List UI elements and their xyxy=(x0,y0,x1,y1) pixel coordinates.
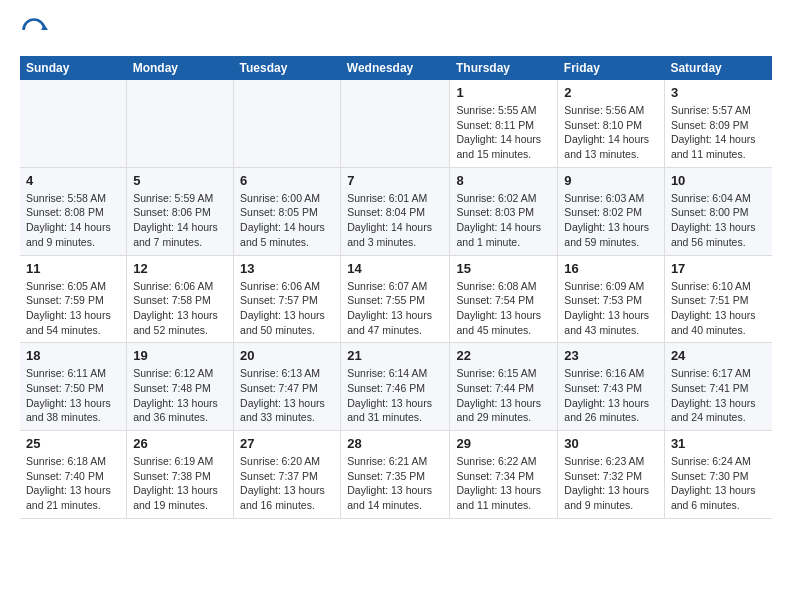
day-info: Sunrise: 5:59 AM Sunset: 8:06 PM Dayligh… xyxy=(133,191,227,250)
day-info: Sunrise: 6:23 AM Sunset: 7:32 PM Dayligh… xyxy=(564,454,658,513)
day-number: 27 xyxy=(240,436,334,451)
day-cell: 13Sunrise: 6:06 AM Sunset: 7:57 PM Dayli… xyxy=(234,255,341,343)
day-cell: 1Sunrise: 5:55 AM Sunset: 8:11 PM Daylig… xyxy=(450,80,558,167)
day-info: Sunrise: 5:55 AM Sunset: 8:11 PM Dayligh… xyxy=(456,103,551,162)
day-cell xyxy=(127,80,234,167)
day-cell: 20Sunrise: 6:13 AM Sunset: 7:47 PM Dayli… xyxy=(234,343,341,431)
logo xyxy=(20,16,52,44)
day-number: 28 xyxy=(347,436,443,451)
page-header xyxy=(20,16,772,44)
day-number: 3 xyxy=(671,85,766,100)
calendar-table: SundayMondayTuesdayWednesdayThursdayFrid… xyxy=(20,56,772,519)
day-info: Sunrise: 6:22 AM Sunset: 7:34 PM Dayligh… xyxy=(456,454,551,513)
week-row-2: 4Sunrise: 5:58 AM Sunset: 8:08 PM Daylig… xyxy=(20,167,772,255)
day-number: 11 xyxy=(26,261,120,276)
day-cell: 4Sunrise: 5:58 AM Sunset: 8:08 PM Daylig… xyxy=(20,167,127,255)
day-info: Sunrise: 5:57 AM Sunset: 8:09 PM Dayligh… xyxy=(671,103,766,162)
day-number: 20 xyxy=(240,348,334,363)
day-cell: 17Sunrise: 6:10 AM Sunset: 7:51 PM Dayli… xyxy=(664,255,772,343)
header-tuesday: Tuesday xyxy=(234,56,341,80)
day-cell xyxy=(234,80,341,167)
day-info: Sunrise: 6:15 AM Sunset: 7:44 PM Dayligh… xyxy=(456,366,551,425)
day-cell: 23Sunrise: 6:16 AM Sunset: 7:43 PM Dayli… xyxy=(558,343,665,431)
header-monday: Monday xyxy=(127,56,234,80)
day-info: Sunrise: 6:11 AM Sunset: 7:50 PM Dayligh… xyxy=(26,366,120,425)
day-info: Sunrise: 6:04 AM Sunset: 8:00 PM Dayligh… xyxy=(671,191,766,250)
day-number: 26 xyxy=(133,436,227,451)
day-cell: 5Sunrise: 5:59 AM Sunset: 8:06 PM Daylig… xyxy=(127,167,234,255)
day-info: Sunrise: 6:05 AM Sunset: 7:59 PM Dayligh… xyxy=(26,279,120,338)
day-info: Sunrise: 6:18 AM Sunset: 7:40 PM Dayligh… xyxy=(26,454,120,513)
day-cell xyxy=(341,80,450,167)
day-info: Sunrise: 6:00 AM Sunset: 8:05 PM Dayligh… xyxy=(240,191,334,250)
day-number: 25 xyxy=(26,436,120,451)
header-row: SundayMondayTuesdayWednesdayThursdayFrid… xyxy=(20,56,772,80)
day-info: Sunrise: 6:16 AM Sunset: 7:43 PM Dayligh… xyxy=(564,366,658,425)
day-info: Sunrise: 6:12 AM Sunset: 7:48 PM Dayligh… xyxy=(133,366,227,425)
day-cell: 3Sunrise: 5:57 AM Sunset: 8:09 PM Daylig… xyxy=(664,80,772,167)
day-info: Sunrise: 6:13 AM Sunset: 7:47 PM Dayligh… xyxy=(240,366,334,425)
day-cell: 8Sunrise: 6:02 AM Sunset: 8:03 PM Daylig… xyxy=(450,167,558,255)
day-number: 21 xyxy=(347,348,443,363)
day-number: 31 xyxy=(671,436,766,451)
day-number: 10 xyxy=(671,173,766,188)
day-info: Sunrise: 6:10 AM Sunset: 7:51 PM Dayligh… xyxy=(671,279,766,338)
day-number: 4 xyxy=(26,173,120,188)
day-info: Sunrise: 6:07 AM Sunset: 7:55 PM Dayligh… xyxy=(347,279,443,338)
day-cell: 15Sunrise: 6:08 AM Sunset: 7:54 PM Dayli… xyxy=(450,255,558,343)
day-number: 1 xyxy=(456,85,551,100)
day-cell: 2Sunrise: 5:56 AM Sunset: 8:10 PM Daylig… xyxy=(558,80,665,167)
day-info: Sunrise: 6:17 AM Sunset: 7:41 PM Dayligh… xyxy=(671,366,766,425)
day-cell: 10Sunrise: 6:04 AM Sunset: 8:00 PM Dayli… xyxy=(664,167,772,255)
day-info: Sunrise: 6:02 AM Sunset: 8:03 PM Dayligh… xyxy=(456,191,551,250)
day-cell: 30Sunrise: 6:23 AM Sunset: 7:32 PM Dayli… xyxy=(558,431,665,519)
day-number: 7 xyxy=(347,173,443,188)
day-cell: 24Sunrise: 6:17 AM Sunset: 7:41 PM Dayli… xyxy=(664,343,772,431)
logo-icon xyxy=(20,16,48,44)
day-info: Sunrise: 6:21 AM Sunset: 7:35 PM Dayligh… xyxy=(347,454,443,513)
day-number: 15 xyxy=(456,261,551,276)
week-row-4: 18Sunrise: 6:11 AM Sunset: 7:50 PM Dayli… xyxy=(20,343,772,431)
day-info: Sunrise: 5:58 AM Sunset: 8:08 PM Dayligh… xyxy=(26,191,120,250)
header-friday: Friday xyxy=(558,56,665,80)
day-cell: 9Sunrise: 6:03 AM Sunset: 8:02 PM Daylig… xyxy=(558,167,665,255)
day-info: Sunrise: 6:14 AM Sunset: 7:46 PM Dayligh… xyxy=(347,366,443,425)
day-info: Sunrise: 6:01 AM Sunset: 8:04 PM Dayligh… xyxy=(347,191,443,250)
day-cell: 28Sunrise: 6:21 AM Sunset: 7:35 PM Dayli… xyxy=(341,431,450,519)
day-info: Sunrise: 6:20 AM Sunset: 7:37 PM Dayligh… xyxy=(240,454,334,513)
day-info: Sunrise: 6:03 AM Sunset: 8:02 PM Dayligh… xyxy=(564,191,658,250)
header-saturday: Saturday xyxy=(664,56,772,80)
day-info: Sunrise: 5:56 AM Sunset: 8:10 PM Dayligh… xyxy=(564,103,658,162)
day-cell: 18Sunrise: 6:11 AM Sunset: 7:50 PM Dayli… xyxy=(20,343,127,431)
day-number: 17 xyxy=(671,261,766,276)
day-number: 13 xyxy=(240,261,334,276)
day-number: 19 xyxy=(133,348,227,363)
day-cell: 7Sunrise: 6:01 AM Sunset: 8:04 PM Daylig… xyxy=(341,167,450,255)
day-info: Sunrise: 6:09 AM Sunset: 7:53 PM Dayligh… xyxy=(564,279,658,338)
week-row-3: 11Sunrise: 6:05 AM Sunset: 7:59 PM Dayli… xyxy=(20,255,772,343)
day-number: 9 xyxy=(564,173,658,188)
day-cell: 21Sunrise: 6:14 AM Sunset: 7:46 PM Dayli… xyxy=(341,343,450,431)
day-number: 30 xyxy=(564,436,658,451)
day-info: Sunrise: 6:24 AM Sunset: 7:30 PM Dayligh… xyxy=(671,454,766,513)
day-number: 5 xyxy=(133,173,227,188)
day-number: 24 xyxy=(671,348,766,363)
day-number: 2 xyxy=(564,85,658,100)
day-cell: 14Sunrise: 6:07 AM Sunset: 7:55 PM Dayli… xyxy=(341,255,450,343)
day-cell: 11Sunrise: 6:05 AM Sunset: 7:59 PM Dayli… xyxy=(20,255,127,343)
day-cell: 31Sunrise: 6:24 AM Sunset: 7:30 PM Dayli… xyxy=(664,431,772,519)
day-info: Sunrise: 6:08 AM Sunset: 7:54 PM Dayligh… xyxy=(456,279,551,338)
day-number: 18 xyxy=(26,348,120,363)
day-cell: 19Sunrise: 6:12 AM Sunset: 7:48 PM Dayli… xyxy=(127,343,234,431)
day-cell: 27Sunrise: 6:20 AM Sunset: 7:37 PM Dayli… xyxy=(234,431,341,519)
day-number: 29 xyxy=(456,436,551,451)
day-cell: 25Sunrise: 6:18 AM Sunset: 7:40 PM Dayli… xyxy=(20,431,127,519)
week-row-1: 1Sunrise: 5:55 AM Sunset: 8:11 PM Daylig… xyxy=(20,80,772,167)
day-number: 8 xyxy=(456,173,551,188)
week-row-5: 25Sunrise: 6:18 AM Sunset: 7:40 PM Dayli… xyxy=(20,431,772,519)
day-cell: 29Sunrise: 6:22 AM Sunset: 7:34 PM Dayli… xyxy=(450,431,558,519)
day-number: 22 xyxy=(456,348,551,363)
day-cell: 16Sunrise: 6:09 AM Sunset: 7:53 PM Dayli… xyxy=(558,255,665,343)
header-thursday: Thursday xyxy=(450,56,558,80)
day-cell: 6Sunrise: 6:00 AM Sunset: 8:05 PM Daylig… xyxy=(234,167,341,255)
